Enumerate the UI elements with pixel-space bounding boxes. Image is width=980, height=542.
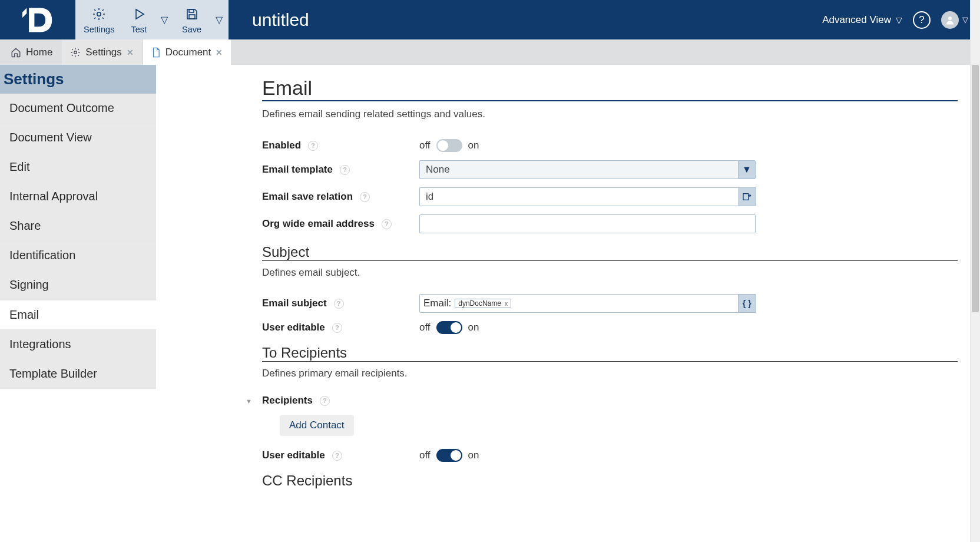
help-icon[interactable]: ? bbox=[332, 323, 342, 333]
gear-icon bbox=[70, 47, 81, 58]
toolbar-save-dropdown[interactable]: ▽ bbox=[210, 0, 229, 39]
sidebar-item-share[interactable]: Share bbox=[0, 211, 156, 241]
help-icon[interactable]: ? bbox=[360, 192, 370, 202]
chevron-down-icon: ▽ bbox=[896, 15, 902, 25]
help-icon: ? bbox=[919, 14, 924, 26]
toolbar-test-label: Test bbox=[131, 25, 147, 34]
toggle-off-label: off bbox=[419, 322, 431, 333]
toolbar-settings-button[interactable]: Settings bbox=[75, 0, 122, 39]
to-user-editable-toggle[interactable] bbox=[436, 449, 462, 462]
play-icon bbox=[132, 7, 146, 23]
svg-rect-3 bbox=[189, 15, 195, 19]
document-icon bbox=[151, 47, 161, 58]
toolbar-test-dropdown[interactable]: ▽ bbox=[155, 0, 174, 39]
tab-settings-label: Settings bbox=[85, 47, 121, 58]
sidebar-item-identification[interactable]: Identification bbox=[0, 241, 156, 270]
sidebar-item-document-outcome[interactable]: Document Outcome bbox=[0, 94, 156, 123]
document-title: untitled bbox=[252, 10, 309, 30]
svg-marker-1 bbox=[136, 9, 144, 19]
toolbar-test-button[interactable]: Test bbox=[122, 4, 155, 37]
tab-document-label: Document bbox=[165, 47, 211, 58]
help-icon[interactable]: ? bbox=[382, 219, 392, 229]
chip-remove-icon[interactable]: x bbox=[505, 300, 508, 307]
email-subject-input[interactable]: Email: dynDocName x bbox=[419, 294, 739, 313]
org-wide-email-input[interactable] bbox=[419, 214, 756, 233]
scrollbar-thumb[interactable] bbox=[972, 65, 979, 312]
org-wide-email-label: Org wide email address bbox=[262, 218, 375, 230]
toggle-off-label: off bbox=[419, 450, 431, 461]
toolbar-save-label: Save bbox=[182, 25, 201, 34]
help-icon[interactable]: ? bbox=[308, 141, 318, 151]
help-icon[interactable]: ? bbox=[340, 165, 350, 175]
subject-section-title: Subject bbox=[262, 244, 958, 261]
to-recipients-title: To Recipients bbox=[262, 345, 958, 362]
email-save-relation-input[interactable] bbox=[419, 187, 738, 206]
home-icon bbox=[11, 47, 21, 58]
help-icon[interactable]: ? bbox=[332, 451, 342, 461]
email-template-dropdown[interactable]: ▼ bbox=[419, 160, 756, 179]
page-description: Defines email sending related settings a… bbox=[262, 108, 958, 120]
toolbar: Settings Test ▽ Save ▽ bbox=[75, 0, 229, 39]
page-title: Email bbox=[262, 77, 958, 101]
subject-chip[interactable]: dynDocName x bbox=[455, 299, 511, 308]
title-area: untitled bbox=[229, 0, 822, 39]
tab-document[interactable]: Document ✕ bbox=[143, 39, 231, 65]
email-save-relation-label: Email save relation bbox=[262, 191, 353, 203]
email-subject-label: Email subject bbox=[262, 298, 327, 309]
close-icon[interactable]: ✕ bbox=[216, 48, 223, 57]
svg-point-5 bbox=[74, 51, 77, 54]
sidebar-item-document-view[interactable]: Document View bbox=[0, 123, 156, 153]
collapse-caret-icon[interactable]: ▼ bbox=[246, 398, 252, 405]
sidebar-item-integrations[interactable]: Integrations bbox=[0, 330, 156, 359]
toggle-off-label: off bbox=[419, 140, 431, 151]
help-icon[interactable]: ? bbox=[334, 299, 344, 309]
advanced-view-toggle[interactable]: Advanced View ▽ bbox=[822, 14, 902, 26]
insert-variable-button[interactable]: { } bbox=[739, 294, 756, 313]
enabled-label: Enabled bbox=[262, 140, 301, 151]
help-button[interactable]: ? bbox=[913, 11, 931, 29]
tab-strip: Home Settings ✕ Document ✕ bbox=[0, 39, 980, 65]
to-user-editable-label: User editable bbox=[262, 450, 325, 461]
email-subject-prefix: Email: bbox=[423, 298, 451, 309]
enabled-toggle[interactable] bbox=[436, 139, 462, 152]
chevron-down-icon: ▽ bbox=[216, 14, 223, 25]
user-menu[interactable]: ▽ bbox=[941, 11, 968, 29]
advanced-view-label: Advanced View bbox=[822, 14, 891, 26]
svg-rect-6 bbox=[743, 194, 749, 200]
sidebar-item-edit[interactable]: Edit bbox=[0, 153, 156, 182]
email-template-label: Email template bbox=[262, 164, 333, 176]
tab-settings[interactable]: Settings ✕ bbox=[62, 39, 141, 65]
sidebar: Settings Document OutcomeDocument ViewEd… bbox=[0, 65, 156, 542]
svg-rect-2 bbox=[189, 9, 194, 12]
sidebar-item-internal-approval[interactable]: Internal Approval bbox=[0, 182, 156, 211]
svg-point-4 bbox=[948, 16, 952, 20]
app-logo[interactable] bbox=[0, 0, 75, 39]
avatar-icon bbox=[941, 11, 959, 29]
subject-user-editable-label: User editable bbox=[262, 322, 325, 333]
sidebar-title: Settings bbox=[0, 65, 156, 94]
add-contact-button[interactable]: Add Contact bbox=[280, 415, 354, 436]
subject-chip-label: dynDocName bbox=[458, 299, 501, 308]
right-tools: Advanced View ▽ ? ▽ bbox=[822, 0, 980, 39]
chevron-down-icon: ▽ bbox=[962, 15, 968, 24]
to-recipients-desc: Defines primary email recipients. bbox=[262, 368, 958, 379]
toggle-on-label: on bbox=[468, 450, 479, 461]
sidebar-item-signing[interactable]: Signing bbox=[0, 270, 156, 300]
svg-point-0 bbox=[97, 12, 101, 15]
toolbar-save-button[interactable]: Save bbox=[174, 4, 210, 37]
toggle-on-label: on bbox=[468, 322, 479, 333]
dropdown-caret-icon[interactable]: ▼ bbox=[738, 160, 756, 179]
lookup-icon[interactable] bbox=[738, 187, 756, 206]
sidebar-item-template-builder[interactable]: Template Builder bbox=[0, 359, 156, 389]
tab-home[interactable]: Home bbox=[2, 39, 61, 65]
close-icon[interactable]: ✕ bbox=[127, 48, 134, 57]
top-bar: Settings Test ▽ Save ▽ untitled Ad bbox=[0, 0, 980, 39]
email-template-input[interactable] bbox=[419, 160, 738, 179]
subject-user-editable-toggle[interactable] bbox=[436, 321, 462, 334]
gear-icon bbox=[92, 7, 106, 23]
sidebar-item-email[interactable]: Email bbox=[0, 300, 156, 330]
chevron-down-icon: ▽ bbox=[161, 14, 168, 25]
help-icon[interactable]: ? bbox=[320, 396, 330, 406]
vertical-scrollbar[interactable] bbox=[970, 0, 980, 542]
save-icon bbox=[185, 7, 199, 23]
